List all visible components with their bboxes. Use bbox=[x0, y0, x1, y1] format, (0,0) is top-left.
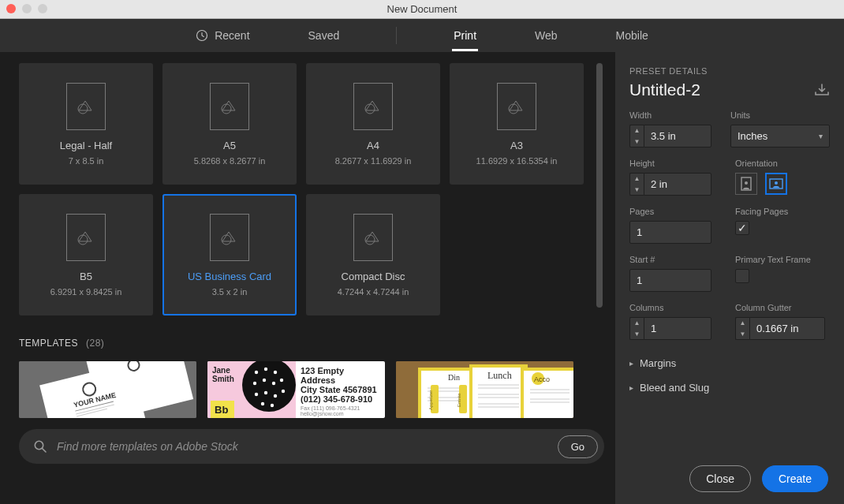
tab-label: Recent bbox=[215, 29, 249, 42]
preset-name: US Business Card bbox=[188, 271, 271, 282]
svg-point-18 bbox=[255, 371, 258, 374]
svg-point-64 bbox=[775, 181, 778, 185]
tab-web[interactable]: Web bbox=[533, 21, 559, 50]
preset-details-panel: Preset Details Untitled-2 Width ▲▼ Units… bbox=[615, 52, 844, 504]
template-card[interactable]: YOUR NAME bbox=[19, 361, 196, 418]
template-card[interactable]: Lunch Din Acco bbox=[396, 361, 573, 418]
height-label: Height bbox=[629, 159, 724, 168]
tab-divider bbox=[396, 27, 397, 44]
svg-point-23 bbox=[263, 379, 266, 382]
svg-text:Entrée: Entrée bbox=[457, 393, 461, 407]
margins-disclosure[interactable]: ▸ Margins bbox=[629, 351, 830, 375]
titlebar: New Document bbox=[0, 0, 844, 19]
go-button[interactable]: Go bbox=[558, 435, 598, 458]
svg-point-20 bbox=[274, 371, 277, 374]
save-preset-icon[interactable] bbox=[814, 84, 830, 96]
column-gutter-input[interactable] bbox=[749, 317, 825, 340]
svg-text:Bb: Bb bbox=[215, 404, 228, 416]
svg-point-62 bbox=[745, 181, 748, 185]
preset-a3[interactable]: A3 11.6929 x 16.5354 in bbox=[450, 63, 584, 185]
width-label: Width bbox=[629, 110, 719, 120]
column-gutter-label: Column Gutter bbox=[735, 303, 830, 312]
page-icon bbox=[66, 83, 106, 130]
tab-recent[interactable]: Recent bbox=[194, 21, 251, 50]
page-icon bbox=[210, 214, 249, 261]
pages-label: Pages bbox=[629, 207, 724, 216]
clock-icon bbox=[196, 29, 208, 42]
units-value: Inches bbox=[738, 130, 767, 142]
preset-legal-half[interactable]: Legal - Half 7 x 8.5 in bbox=[19, 63, 153, 185]
pages-input[interactable] bbox=[629, 221, 711, 244]
svg-point-17 bbox=[242, 361, 296, 412]
preset-name: A5 bbox=[223, 140, 236, 151]
facing-pages-checkbox[interactable] bbox=[735, 221, 749, 235]
category-tabs: Recent Saved Print Web Mobile bbox=[0, 19, 844, 52]
width-input[interactable] bbox=[644, 125, 711, 147]
stock-search-input[interactable] bbox=[57, 440, 548, 453]
columns-input[interactable] bbox=[644, 317, 711, 340]
start-number-input[interactable] bbox=[629, 269, 711, 292]
tab-print[interactable]: Print bbox=[452, 21, 478, 50]
preset-compact-disc[interactable]: Compact Disc 4.7244 x 4.7244 in bbox=[306, 194, 440, 315]
template-text: (012) 345-678-910 bbox=[301, 394, 380, 404]
dialog-footer: Close Create bbox=[615, 454, 844, 504]
tab-label: Saved bbox=[308, 29, 340, 42]
columns-stepper[interactable]: ▲▼ bbox=[629, 317, 644, 340]
svg-text:Din: Din bbox=[448, 373, 460, 382]
templates-section: TEMPLATES (28) Y bbox=[19, 338, 604, 418]
height-stepper[interactable]: ▲▼ bbox=[629, 173, 644, 196]
bleed-slug-label: Bleed and Slug bbox=[640, 382, 709, 394]
svg-point-26 bbox=[255, 393, 258, 396]
tab-label: Mobile bbox=[616, 29, 648, 42]
height-input[interactable] bbox=[644, 173, 711, 196]
tab-label: Print bbox=[454, 29, 476, 42]
preset-dimensions: 5.8268 x 8.2677 in bbox=[194, 156, 266, 166]
preset-dimensions: 11.6929 x 16.5354 in bbox=[476, 156, 558, 166]
svg-point-30 bbox=[271, 404, 274, 407]
tab-mobile[interactable]: Mobile bbox=[614, 21, 650, 50]
close-button[interactable]: Close bbox=[689, 465, 751, 492]
preset-a5[interactable]: A5 5.8268 x 8.2677 in bbox=[162, 63, 297, 185]
preset-us-business-card[interactable]: US Business Card 3.5 x 2 in bbox=[162, 194, 297, 315]
preset-a4[interactable]: A4 8.2677 x 11.6929 in bbox=[306, 63, 440, 185]
preset-b5[interactable]: B5 6.9291 x 9.8425 in bbox=[19, 194, 153, 315]
preset-scrollbar[interactable] bbox=[596, 63, 603, 493]
svg-point-21 bbox=[280, 379, 283, 382]
template-row: YOUR NAME Jane Smith bbox=[19, 361, 604, 418]
template-card[interactable]: Jane Smith Bb 123 Empty Address bbox=[207, 361, 385, 418]
templates-label: TEMPLATES bbox=[19, 338, 78, 349]
columns-label: Columns bbox=[629, 303, 724, 312]
margins-label: Margins bbox=[640, 357, 676, 369]
preset-grid: Legal - Half 7 x 8.5 in A5 5.8268 x 8.26… bbox=[19, 63, 604, 315]
gutter-stepper[interactable]: ▲▼ bbox=[735, 317, 749, 340]
svg-point-22 bbox=[253, 382, 256, 385]
preset-dimensions: 7 x 8.5 in bbox=[69, 156, 104, 166]
svg-text:Lunch: Lunch bbox=[487, 370, 512, 381]
chevron-right-icon: ▸ bbox=[629, 359, 633, 368]
units-select[interactable]: Inches ▾ bbox=[730, 125, 830, 147]
create-button[interactable]: Create bbox=[762, 465, 828, 492]
bleed-slug-disclosure[interactable]: ▸ Bleed and Slug bbox=[629, 375, 830, 400]
panel-header: Preset Details bbox=[629, 66, 830, 76]
preset-dimensions: 6.9291 x 9.8425 in bbox=[50, 287, 122, 297]
templates-header: TEMPLATES (28) bbox=[19, 338, 604, 349]
page-icon bbox=[210, 83, 249, 130]
svg-point-29 bbox=[261, 402, 264, 405]
close-window-icon[interactable] bbox=[6, 4, 16, 13]
width-stepper[interactable]: ▲▼ bbox=[629, 125, 644, 147]
preset-dimensions: 4.7244 x 4.7244 in bbox=[338, 287, 409, 297]
units-label: Units bbox=[730, 110, 830, 120]
orientation-landscape[interactable] bbox=[765, 173, 787, 195]
page-icon bbox=[353, 214, 393, 261]
svg-point-19 bbox=[264, 368, 267, 371]
tab-saved[interactable]: Saved bbox=[307, 21, 342, 50]
chevron-right-icon: ▸ bbox=[629, 383, 633, 392]
primary-text-frame-checkbox[interactable] bbox=[735, 269, 749, 283]
template-text: 123 Empty Address bbox=[301, 366, 380, 385]
tab-label: Web bbox=[535, 29, 558, 42]
window-title: New Document bbox=[387, 3, 457, 15]
svg-point-28 bbox=[274, 394, 277, 398]
orientation-portrait[interactable] bbox=[735, 173, 757, 195]
window-controls bbox=[6, 4, 47, 13]
document-title[interactable]: Untitled-2 bbox=[629, 80, 700, 99]
